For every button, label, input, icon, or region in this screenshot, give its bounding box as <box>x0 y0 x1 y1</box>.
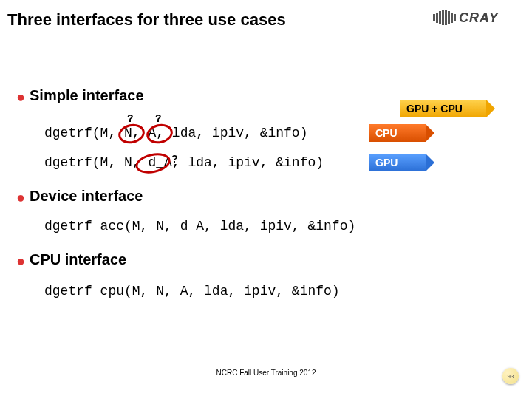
bullet-icon: ● <box>16 189 25 206</box>
bullet-icon: ● <box>16 253 25 270</box>
section-device: Device interface <box>30 188 143 205</box>
slide: Three interfaces for three use cases CRA… <box>0 0 532 399</box>
code-cpu: dgetrf_cpu(M, N, A, lda, ipiv, &info) <box>44 284 340 299</box>
badge-gpu-plus-cpu: GPU + CPU <box>400 100 486 117</box>
question-mark: ? <box>155 112 162 124</box>
brand-logo: CRAY <box>433 6 522 30</box>
slide-title: Three interfaces for three use cases <box>7 10 286 30</box>
logo-bars-icon <box>433 10 456 25</box>
section-cpu: CPU interface <box>30 251 126 268</box>
question-mark: ? <box>127 112 134 124</box>
badge-gpu: GPU <box>369 154 426 171</box>
page-number-badge: 93 <box>502 368 519 384</box>
logo-text: CRAY <box>459 10 499 26</box>
code-simple-cpu: dgetrf(M, N, A, lda, ipiv, &info) <box>44 126 307 140</box>
badge-cpu: CPU <box>369 124 426 142</box>
code-device: dgetrf_acc(M, N, d_A, lda, ipiv, &info) <box>44 219 355 233</box>
question-mark: ? <box>171 153 178 165</box>
footer-text: NCRC Fall User Training 2012 <box>0 369 532 377</box>
circle-annotation-icon <box>134 150 172 176</box>
code-simple-gpu: dgetrf(M, N, d_A, lda, ipiv, &info) <box>44 155 324 170</box>
section-simple: Simple interface <box>30 87 144 104</box>
bullet-icon: ● <box>16 89 25 106</box>
